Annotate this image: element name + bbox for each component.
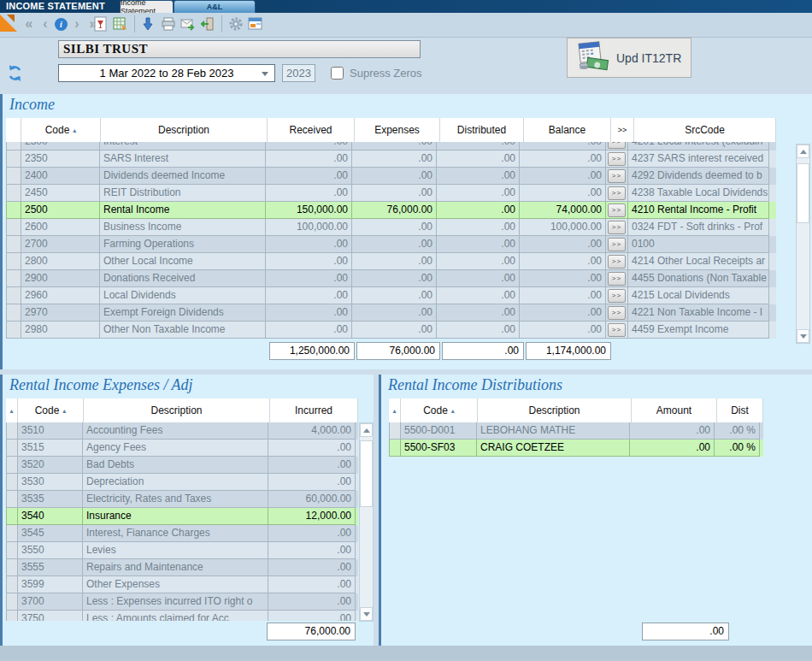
scroll-up-icon[interactable] <box>797 145 809 158</box>
first-record-icon[interactable]: « <box>22 15 36 33</box>
table-row[interactable]: 2970Exempt Foreign Dividends.00.00.00.00… <box>6 304 776 322</box>
scroll-down-icon[interactable] <box>797 329 809 343</box>
income-scrollbar[interactable] <box>796 144 810 344</box>
exit-icon[interactable] <box>199 15 216 33</box>
row-detail-button[interactable]: >> <box>608 186 626 200</box>
refresh-icon[interactable] <box>6 64 24 82</box>
table-row[interactable]: 2800Other Local Income.00.00.00.00>>4214… <box>6 253 776 270</box>
table-row[interactable]: 3750Less : Amounts claimed for Acc.00 <box>6 611 358 621</box>
cell-code: 3700 <box>17 593 83 611</box>
upd-it12tr-button[interactable]: Upd IT12TR <box>567 38 691 78</box>
cell-code: 5500-D001 <box>400 422 477 440</box>
cell-code: 3540 <box>17 508 83 525</box>
table-row[interactable]: 3510Accounting Fees4,000.00 <box>6 422 358 440</box>
row-detail-button[interactable]: >> <box>608 169 626 183</box>
distributions-header-description[interactable]: Description <box>478 398 632 422</box>
tab-a-and-l[interactable]: A&L <box>174 0 256 13</box>
table-row[interactable]: 2450REIT Distribution.00.00.00.00>>4238 … <box>6 185 776 202</box>
distributions-header-code[interactable]: Code▴ <box>401 398 478 422</box>
scroll-up-icon[interactable] <box>360 423 373 437</box>
row-detail-button[interactable]: >> <box>608 221 626 234</box>
info-icon[interactable]: i <box>55 18 68 31</box>
expenses-scrollbar[interactable] <box>359 422 374 622</box>
settings-icon[interactable] <box>227 15 244 33</box>
table-row[interactable]: 3545Interest, Fianance Charges.00 <box>6 525 358 542</box>
cell-received: .00 <box>265 253 352 270</box>
table-row[interactable]: 3540Insurance12,000.00 <box>6 508 358 525</box>
cell-expenses: .00 <box>351 219 437 236</box>
table-row[interactable]: 2980Other Non Taxable Income.00.00.00.00… <box>6 322 776 339</box>
cell-description: Insurance <box>82 508 268 525</box>
income-header-balance[interactable]: Balance <box>524 118 611 142</box>
mail-icon[interactable] <box>179 15 197 33</box>
tab-income-statement[interactable]: Income Statement <box>120 0 174 13</box>
cell-code: 2800 <box>21 253 100 270</box>
distributions-header-dist[interactable]: Dist <box>717 398 763 422</box>
table-row[interactable]: 3515Agency Fees.00 <box>6 440 358 457</box>
row-selector <box>6 440 18 457</box>
scroll-down-icon[interactable] <box>360 607 373 621</box>
table-row[interactable]: 5500-SF03CRAIG COETZEE.00.00 % <box>389 440 763 457</box>
row-detail-button[interactable]: >> <box>608 152 626 166</box>
table-row[interactable]: 2500Rental Income150,000.0076,000.00.007… <box>6 202 776 219</box>
cell-code: 2400 <box>21 168 100 185</box>
cell-received: .00 <box>265 142 352 150</box>
prev-record-icon[interactable]: ‹ <box>38 15 52 33</box>
period-dropdown[interactable]: 1 Mar 2022 to 28 Feb 2023 <box>58 64 275 82</box>
table-row[interactable]: 3700Less : Expenses incurred ITO right o… <box>6 593 358 611</box>
cell-description: Other Expenses <box>82 576 268 593</box>
expenses-header-selector[interactable]: ▴ <box>6 398 18 422</box>
distributions-header-selector[interactable]: ▴ <box>389 398 401 422</box>
expenses-scrollbar-thumb[interactable] <box>360 440 373 507</box>
table-row[interactable]: 5500-D001LEBOHANG MATHE.00.00 % <box>389 422 763 440</box>
cell-description: Depreciation <box>82 474 268 491</box>
income-header-srccode[interactable]: SrcCode <box>634 118 776 142</box>
cell-srccode: 4210 Rental Income - Profit <box>627 202 769 219</box>
cell-description: Agency Fees <box>82 440 268 457</box>
cell-incurred: .00 <box>268 474 356 491</box>
income-scrollbar-thumb[interactable] <box>797 163 809 223</box>
cell-expenses: .00 <box>351 150 437 168</box>
grid-edit-icon[interactable] <box>112 15 129 33</box>
import-icon[interactable] <box>140 15 157 33</box>
table-row[interactable]: 2900Donations Received.00.00.00.00>>4455… <box>6 270 776 287</box>
income-total-balance: 1,174,000.00 <box>526 342 611 360</box>
income-header-distributed[interactable]: Distributed <box>440 118 524 142</box>
table-row[interactable]: 2700Farming Operations.00.00.00.00>>0100 <box>6 236 776 253</box>
table-row[interactable]: 3599Other Expenses.00 <box>6 576 358 593</box>
trust-name-field[interactable]: SILBI TRUST <box>58 40 421 58</box>
row-detail-button[interactable]: >> <box>608 142 626 149</box>
row-detail-button[interactable]: >> <box>608 306 626 320</box>
distributions-header-amount[interactable]: Amount <box>632 398 717 422</box>
row-detail-button[interactable]: >> <box>608 289 626 303</box>
table-row[interactable]: 3550Levies.00 <box>6 542 358 559</box>
row-detail-button[interactable]: >> <box>608 204 626 217</box>
income-header-description[interactable]: Description <box>101 118 268 142</box>
expenses-header-incurred[interactable]: Incurred <box>270 398 358 422</box>
table-row[interactable]: 2300Interest.00.00.00.00>>4201 Local Int… <box>6 142 776 150</box>
expenses-header-description[interactable]: Description <box>84 398 270 422</box>
suppress-zeros-checkbox[interactable] <box>331 67 344 80</box>
table-row[interactable]: 3530Depreciation.00 <box>6 474 358 491</box>
table-row[interactable]: 3520Bad Debts.00 <box>6 457 358 474</box>
table-row[interactable]: 3535Electricity, Rates and Taxes60,000.0… <box>6 491 358 508</box>
page-fold-flap-icon <box>7 15 15 22</box>
row-detail-button[interactable]: >> <box>608 323 626 337</box>
report-icon[interactable] <box>92 15 109 33</box>
cell-received: 150,000.00 <box>265 202 352 219</box>
row-detail-button[interactable]: >> <box>608 255 626 269</box>
print-icon[interactable] <box>160 15 177 33</box>
table-row[interactable]: 2600Business Income100,000.00.00.00100,0… <box>6 219 776 236</box>
row-detail-button[interactable]: >> <box>608 272 626 286</box>
income-header-received[interactable]: Received <box>268 118 355 142</box>
table-row[interactable]: 2960Local Dividends.00.00.00.00>>4215 Lo… <box>6 287 776 304</box>
table-row[interactable]: 3555Repairs and Maintenance.00 <box>6 559 358 576</box>
income-header-code[interactable]: Code▴ <box>21 118 101 142</box>
table-row[interactable]: 2350SARS Interest.00.00.00.00>>4237 SARS… <box>6 150 776 168</box>
expenses-header-code[interactable]: Code▴ <box>18 398 84 422</box>
row-detail-button[interactable]: >> <box>608 238 626 251</box>
form-icon[interactable] <box>247 15 264 33</box>
table-row[interactable]: 2400Dividends deemed Income.00.00.00.00>… <box>6 168 776 185</box>
next-record-icon[interactable]: › <box>70 15 84 33</box>
income-header-expenses[interactable]: Expenses <box>355 118 440 142</box>
